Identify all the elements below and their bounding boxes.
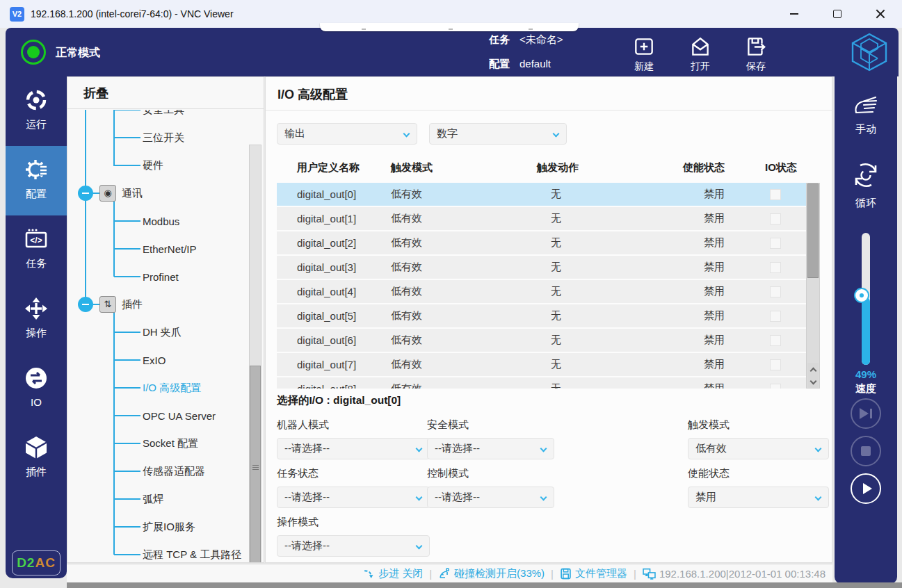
table-scrollbar-thumb[interactable] <box>807 183 819 278</box>
tree-item[interactable]: I/O 高级配置 <box>67 374 264 402</box>
tree-item[interactable]: 弧焊 <box>67 485 264 513</box>
form-field-select[interactable]: --请选择-- <box>277 535 430 557</box>
close-button[interactable] <box>859 0 902 28</box>
form-field-select[interactable]: --请选择-- <box>277 438 430 459</box>
form-field-select[interactable]: --请选择-- <box>427 487 554 508</box>
speed-slider-knob[interactable] <box>855 289 868 302</box>
io-state-checkbox[interactable] <box>770 238 781 249</box>
table-row[interactable]: digital_out[2] 低有效 无 禁用 <box>277 231 806 256</box>
cycle-label: 循环 <box>835 197 897 210</box>
cell-enable-state: 禁用 <box>683 188 765 201</box>
chevron-up-icon <box>810 367 816 374</box>
tree-item-label: 远程 TCP & 工具路径 <box>143 548 241 562</box>
tree-item[interactable]: EtherNet/IP <box>67 235 264 263</box>
nav-item-io[interactable]: IO <box>6 354 67 424</box>
table-row[interactable]: digital_out[6] 低有效 无 禁用 <box>277 329 806 353</box>
step-forward-button[interactable] <box>851 398 881 429</box>
collapse-minus-icon[interactable] <box>78 297 93 312</box>
cell-name: digital_out[7] <box>297 359 391 370</box>
tree-item[interactable]: Socket 配置 <box>67 430 264 457</box>
mode-status-indicator[interactable] <box>21 40 46 65</box>
collapse-minus-icon[interactable] <box>78 186 93 201</box>
io-state-checkbox[interactable] <box>770 384 781 389</box>
form-field-select[interactable]: 禁用 <box>688 487 829 508</box>
collision-icon <box>438 567 451 580</box>
io-state-checkbox[interactable] <box>770 262 781 273</box>
form-field-value: 低有效 <box>695 442 727 455</box>
minimize-button[interactable] <box>773 0 816 28</box>
table-row[interactable]: digital_out[5] 低有效 无 禁用 <box>277 304 806 329</box>
nav-item-task[interactable]: </> 任务 <box>6 215 67 285</box>
collision-detection-status[interactable]: 碰撞检测开启(33%) <box>438 567 545 580</box>
file-manager-button[interactable]: 文件管理器 <box>560 567 627 580</box>
form-field-select[interactable]: --请选择-- <box>277 487 430 508</box>
maximize-button[interactable] <box>816 0 859 28</box>
nav-item-label: 任务 <box>6 257 67 270</box>
io-state-checkbox[interactable] <box>770 189 781 200</box>
table-row[interactable]: digital_out[8] 低有效 无 禁用 <box>277 377 806 389</box>
tree-item[interactable]: 通讯 <box>67 179 264 207</box>
tree-item[interactable]: 远程 TCP & 工具路径 <box>67 541 264 562</box>
separator: | <box>429 568 432 580</box>
tree-item[interactable]: 三位开关 <box>67 124 264 152</box>
tree-item[interactable]: 扩展IO服务 <box>67 513 264 541</box>
step-mode-status[interactable]: 步进 关闭 <box>363 567 423 580</box>
manual-mode-button[interactable]: 手动 <box>835 92 897 136</box>
tree-item[interactable]: Profinet <box>67 263 264 291</box>
tree-item-label: Profinet <box>143 271 179 283</box>
table-row[interactable]: digital_out[1] 低有效 无 禁用 <box>277 207 806 231</box>
tree-item[interactable]: Modbus <box>67 207 264 235</box>
form-field-label: 使能状态 <box>688 467 827 480</box>
save-button[interactable]: 保存 <box>736 35 776 73</box>
table-row[interactable]: digital_out[4] 低有效 无 禁用 <box>277 280 806 304</box>
io-direction-select[interactable]: 输出 <box>277 123 417 145</box>
table-row[interactable]: digital_out[3] 低有效 无 禁用 <box>277 256 806 280</box>
cycle-mode-button[interactable]: 循环 <box>835 160 897 210</box>
column-header: 触发模式 <box>391 161 537 174</box>
stop-button[interactable] <box>851 436 881 466</box>
cell-enable-state: 禁用 <box>683 358 765 371</box>
io-state-checkbox[interactable] <box>770 359 781 370</box>
form-field-select[interactable]: 低有效 <box>688 438 829 459</box>
tree-item[interactable]: ExIO <box>67 346 264 374</box>
cell-trigger-action: 无 <box>537 212 683 225</box>
form-field-label: 控制模式 <box>427 467 688 480</box>
io-state-checkbox[interactable] <box>770 286 781 297</box>
cell-enable-state: 禁用 <box>683 236 765 250</box>
table-scrollbar[interactable] <box>806 183 820 389</box>
tree-item[interactable]: OPC UA Server <box>67 402 264 430</box>
tree-item[interactable]: 安全工具 <box>67 110 264 124</box>
form-field-select[interactable]: --请选择-- <box>427 438 554 459</box>
cell-name: digital_out[2] <box>297 237 391 249</box>
io-state-checkbox[interactable] <box>770 311 781 322</box>
vnc-toolbar-peek[interactable] <box>320 23 579 31</box>
play-button[interactable] <box>851 473 881 504</box>
table-row[interactable]: digital_out[7] 低有效 无 禁用 <box>277 353 806 377</box>
connection-status: 192.168.1.200|2012-01-01 00:13:48 <box>643 568 826 580</box>
tree-item[interactable]: 传感器适配器 <box>67 457 264 485</box>
tree-collapse-header[interactable]: 折叠 <box>67 77 264 109</box>
io-state-checkbox[interactable] <box>770 213 781 224</box>
tree-scrollbar-thumb[interactable] <box>250 366 261 562</box>
new-button[interactable]: 新建 <box>624 35 664 73</box>
table-scroll-down-button[interactable] <box>807 375 819 388</box>
version-badge[interactable]: D2AC <box>12 550 61 575</box>
tree-item[interactable]: 插件 <box>67 291 264 318</box>
tree-item[interactable]: 硬件 <box>67 152 264 179</box>
tree-item[interactable]: DH 夹爪 <box>67 318 264 346</box>
task-value: <未命名> <box>520 33 563 47</box>
io-type-select[interactable]: 数字 <box>429 123 567 145</box>
nav-item-plugin[interactable]: 插件 <box>6 424 67 493</box>
speed-slider[interactable] <box>862 233 870 365</box>
nav-item-run[interactable]: 运行 <box>6 76 67 146</box>
table-scroll-up-button[interactable] <box>807 363 819 375</box>
table-row[interactable]: digital_out[0] 低有效 无 禁用 <box>277 183 806 207</box>
chevron-down-icon <box>403 131 410 138</box>
nav-item-config[interactable]: 配置 <box>6 146 67 215</box>
open-button[interactable]: 打开 <box>680 35 720 73</box>
nav-item-jog[interactable]: 操作 <box>6 285 67 354</box>
form-field: 安全模式 --请选择-- <box>427 414 688 463</box>
tree-scrollbar[interactable] <box>249 145 261 562</box>
jog-arrows-icon <box>24 296 49 321</box>
io-state-checkbox[interactable] <box>770 335 781 346</box>
